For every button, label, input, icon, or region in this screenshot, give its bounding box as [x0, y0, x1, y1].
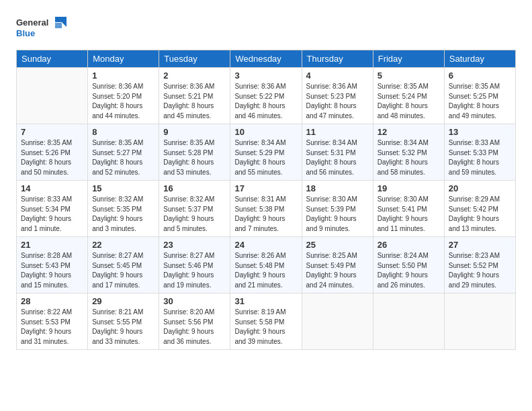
week-row-2: 7Sunrise: 8:35 AMSunset: 5:26 PMDaylight… — [17, 124, 516, 181]
day-info: Sunrise: 8:23 AMSunset: 5:52 PMDaylight:… — [449, 251, 511, 290]
calendar-cell — [302, 293, 373, 350]
day-number: 24 — [234, 240, 297, 250]
calendar-cell: 23Sunrise: 8:27 AMSunset: 5:46 PMDayligh… — [159, 237, 230, 293]
day-info: Sunrise: 8:24 AMSunset: 5:50 PMDaylight:… — [378, 251, 440, 290]
logo: General Blue — [16, 13, 77, 43]
calendar-cell: 29Sunrise: 8:21 AMSunset: 5:55 PMDayligh… — [88, 293, 159, 350]
day-number: 18 — [306, 183, 369, 193]
calendar-cell: 17Sunrise: 8:31 AMSunset: 5:38 PMDayligh… — [230, 181, 302, 237]
day-number: 4 — [306, 71, 369, 81]
calendar-cell: 1Sunrise: 8:36 AMSunset: 5:20 PMDaylight… — [88, 68, 159, 124]
header: General Blue — [16, 13, 516, 43]
day-info: Sunrise: 8:32 AMSunset: 5:35 PMDaylight:… — [92, 195, 154, 234]
day-info: Sunrise: 8:33 AMSunset: 5:33 PMDaylight:… — [449, 138, 511, 177]
day-info: Sunrise: 8:35 AMSunset: 5:27 PMDaylight:… — [92, 138, 154, 177]
day-number: 7 — [21, 127, 83, 137]
calendar-cell: 3Sunrise: 8:36 AMSunset: 5:22 PMDaylight… — [230, 68, 302, 124]
day-number: 3 — [234, 71, 297, 81]
day-info: Sunrise: 8:36 AMSunset: 5:22 PMDaylight:… — [234, 82, 297, 121]
calendar-cell: 19Sunrise: 8:30 AMSunset: 5:41 PMDayligh… — [373, 181, 444, 237]
week-row-1: 1Sunrise: 8:36 AMSunset: 5:20 PMDaylight… — [17, 68, 516, 124]
calendar-cell: 28Sunrise: 8:22 AMSunset: 5:53 PMDayligh… — [17, 293, 88, 350]
page: General Blue SundayMondayTuesdayWednesda… — [0, 0, 532, 411]
day-header-friday: Friday — [373, 50, 444, 68]
day-header-wednesday: Wednesday — [230, 50, 302, 68]
day-info: Sunrise: 8:35 AMSunset: 5:25 PMDaylight:… — [449, 82, 511, 121]
day-header-thursday: Thursday — [302, 50, 373, 68]
day-info: Sunrise: 8:34 AMSunset: 5:32 PMDaylight:… — [378, 138, 440, 177]
day-number: 20 — [449, 183, 511, 193]
day-number: 28 — [21, 296, 83, 306]
calendar-cell: 7Sunrise: 8:35 AMSunset: 5:26 PMDaylight… — [17, 124, 88, 181]
day-number: 8 — [92, 127, 154, 137]
day-info: Sunrise: 8:26 AMSunset: 5:48 PMDaylight:… — [234, 251, 297, 290]
calendar-table: SundayMondayTuesdayWednesdayThursdayFrid… — [16, 50, 516, 350]
svg-marker-2 — [55, 23, 62, 28]
logo-icon: General Blue — [16, 13, 77, 40]
day-header-row: SundayMondayTuesdayWednesdayThursdayFrid… — [17, 50, 516, 68]
day-info: Sunrise: 8:30 AMSunset: 5:39 PMDaylight:… — [306, 195, 369, 234]
calendar-cell: 14Sunrise: 8:33 AMSunset: 5:34 PMDayligh… — [17, 181, 88, 237]
calendar-cell: 22Sunrise: 8:27 AMSunset: 5:45 PMDayligh… — [88, 237, 159, 293]
svg-text:General: General — [16, 17, 48, 28]
day-number: 22 — [92, 240, 154, 250]
day-number: 2 — [163, 71, 226, 81]
day-info: Sunrise: 8:22 AMSunset: 5:53 PMDaylight:… — [21, 308, 83, 347]
svg-text:Blue: Blue — [16, 28, 35, 38]
day-info: Sunrise: 8:31 AMSunset: 5:38 PMDaylight:… — [234, 195, 297, 234]
day-number: 10 — [234, 127, 297, 137]
day-info: Sunrise: 8:34 AMSunset: 5:31 PMDaylight:… — [306, 138, 369, 177]
calendar-cell: 12Sunrise: 8:34 AMSunset: 5:32 PMDayligh… — [373, 124, 444, 181]
calendar-cell: 8Sunrise: 8:35 AMSunset: 5:27 PMDaylight… — [88, 124, 159, 181]
calendar-cell: 13Sunrise: 8:33 AMSunset: 5:33 PMDayligh… — [444, 124, 515, 181]
day-info: Sunrise: 8:35 AMSunset: 5:28 PMDaylight:… — [163, 138, 226, 177]
day-info: Sunrise: 8:28 AMSunset: 5:43 PMDaylight:… — [21, 251, 83, 290]
day-info: Sunrise: 8:27 AMSunset: 5:45 PMDaylight:… — [92, 251, 154, 290]
day-number: 21 — [21, 240, 83, 250]
day-info: Sunrise: 8:32 AMSunset: 5:37 PMDaylight:… — [163, 195, 226, 234]
day-number: 25 — [306, 240, 369, 250]
calendar-cell: 18Sunrise: 8:30 AMSunset: 5:39 PMDayligh… — [302, 181, 373, 237]
week-row-5: 28Sunrise: 8:22 AMSunset: 5:53 PMDayligh… — [17, 293, 516, 350]
day-number: 30 — [163, 296, 226, 306]
day-info: Sunrise: 8:30 AMSunset: 5:41 PMDaylight:… — [378, 195, 440, 234]
day-number: 31 — [234, 296, 297, 306]
day-header-sunday: Sunday — [17, 50, 88, 68]
day-header-saturday: Saturday — [444, 50, 515, 68]
day-info: Sunrise: 8:25 AMSunset: 5:49 PMDaylight:… — [306, 251, 369, 290]
calendar-cell — [373, 293, 444, 350]
calendar-cell: 30Sunrise: 8:20 AMSunset: 5:56 PMDayligh… — [159, 293, 230, 350]
day-number: 14 — [21, 183, 83, 193]
day-number: 13 — [449, 127, 511, 137]
day-number: 19 — [378, 183, 440, 193]
day-info: Sunrise: 8:19 AMSunset: 5:58 PMDaylight:… — [234, 308, 297, 347]
calendar-cell: 4Sunrise: 8:36 AMSunset: 5:23 PMDaylight… — [302, 68, 373, 124]
week-row-3: 14Sunrise: 8:33 AMSunset: 5:34 PMDayligh… — [17, 181, 516, 237]
calendar-cell: 27Sunrise: 8:23 AMSunset: 5:52 PMDayligh… — [444, 237, 515, 293]
day-number: 17 — [234, 183, 297, 193]
day-number: 11 — [306, 127, 369, 137]
day-number: 23 — [163, 240, 226, 250]
day-info: Sunrise: 8:35 AMSunset: 5:24 PMDaylight:… — [378, 82, 440, 121]
day-info: Sunrise: 8:36 AMSunset: 5:21 PMDaylight:… — [163, 82, 226, 121]
calendar-cell: 31Sunrise: 8:19 AMSunset: 5:58 PMDayligh… — [230, 293, 302, 350]
calendar-cell: 15Sunrise: 8:32 AMSunset: 5:35 PMDayligh… — [88, 181, 159, 237]
day-number: 12 — [378, 127, 440, 137]
calendar-cell: 11Sunrise: 8:34 AMSunset: 5:31 PMDayligh… — [302, 124, 373, 181]
calendar-cell: 9Sunrise: 8:35 AMSunset: 5:28 PMDaylight… — [159, 124, 230, 181]
day-info: Sunrise: 8:27 AMSunset: 5:46 PMDaylight:… — [163, 251, 226, 290]
calendar-cell: 25Sunrise: 8:25 AMSunset: 5:49 PMDayligh… — [302, 237, 373, 293]
day-number: 16 — [163, 183, 226, 193]
day-number: 1 — [92, 71, 154, 81]
calendar-cell: 2Sunrise: 8:36 AMSunset: 5:21 PMDaylight… — [159, 68, 230, 124]
calendar-cell: 16Sunrise: 8:32 AMSunset: 5:37 PMDayligh… — [159, 181, 230, 237]
week-row-4: 21Sunrise: 8:28 AMSunset: 5:43 PMDayligh… — [17, 237, 516, 293]
day-info: Sunrise: 8:29 AMSunset: 5:42 PMDaylight:… — [449, 195, 511, 234]
day-number: 26 — [378, 240, 440, 250]
day-header-monday: Monday — [88, 50, 159, 68]
day-info: Sunrise: 8:21 AMSunset: 5:55 PMDaylight:… — [92, 308, 154, 347]
day-info: Sunrise: 8:33 AMSunset: 5:34 PMDaylight:… — [21, 195, 83, 234]
day-header-tuesday: Tuesday — [159, 50, 230, 68]
calendar-cell: 10Sunrise: 8:34 AMSunset: 5:29 PMDayligh… — [230, 124, 302, 181]
day-info: Sunrise: 8:36 AMSunset: 5:20 PMDaylight:… — [92, 82, 154, 121]
